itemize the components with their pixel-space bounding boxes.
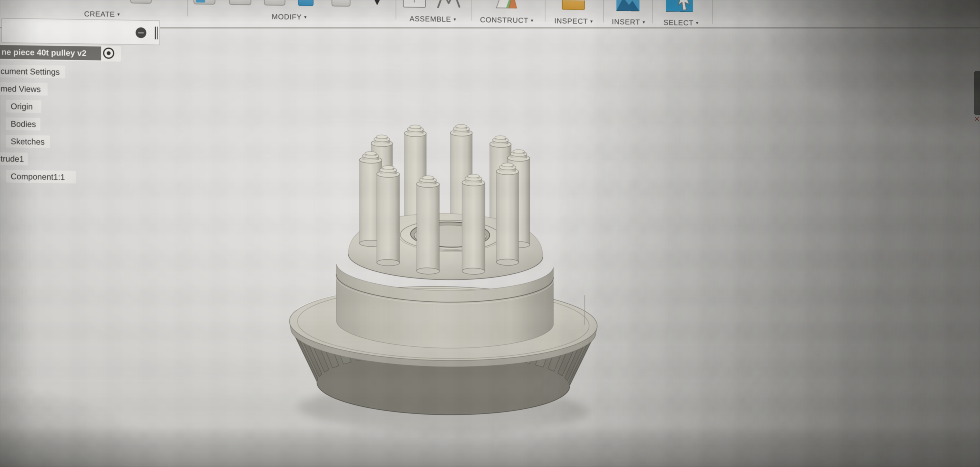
chamfer-icon[interactable] (264, 0, 285, 6)
more-tools-arrow-icon[interactable]: ▼ (372, 0, 380, 7)
menu-assemble[interactable]: ASSEMBLE▾ (410, 15, 456, 23)
chevron-down-icon: ▾ (590, 19, 593, 24)
chevron-down-icon: ▾ (118, 12, 120, 17)
menu-modify[interactable]: MODIFY▾ (272, 13, 307, 21)
create-tool-icon[interactable] (130, 0, 152, 4)
browser-item-origin[interactable]: Origin (6, 100, 41, 113)
menu-construct[interactable]: CONSTRUCT▾ (480, 16, 533, 24)
construct-plane-icon[interactable] (495, 0, 517, 9)
browser-item-trude1[interactable]: trude1 (0, 152, 28, 166)
measure-icon[interactable] (562, 0, 585, 10)
filter-minus-icon[interactable] (135, 27, 146, 38)
viewport-3d-model-pulley[interactable] (277, 107, 617, 467)
chevron-down-icon: ▾ (531, 18, 533, 23)
chevron-down-icon: ▾ (304, 14, 307, 20)
document-root-node[interactable]: ne piece 40t pulley v2 (0, 45, 101, 60)
browser-item-bodies[interactable]: Bodies (6, 117, 40, 131)
chevron-down-icon: ▾ (643, 19, 645, 25)
toolbar-divider (187, 0, 188, 16)
new-component-icon[interactable] (403, 0, 426, 8)
monitor-photo: CREATE▾MODIFY▾▼ASSEMBLE▾CONSTRUCT▾INSPEC… (0, 0, 980, 467)
toolbar-divider (471, 0, 472, 21)
browser-item-cument-settings[interactable]: cument Settings (0, 65, 65, 78)
pin-left-front (377, 166, 399, 266)
menu-insert[interactable]: INSERT▾ (612, 18, 645, 26)
browser-item-component1-1[interactable]: Component1:1 (6, 170, 76, 183)
document-root-row: ne piece 40t pulley v2 (0, 44, 121, 62)
pin-front-right (462, 174, 485, 275)
browser-search-input[interactable] (2, 18, 160, 45)
toolbar-divider (545, 0, 546, 22)
screen-edge-fragment: ✕ (974, 71, 980, 115)
toolbar-divider (652, 0, 653, 23)
pin-right-mid (496, 163, 519, 266)
shell-icon[interactable] (298, 0, 313, 6)
insert-canvas-icon[interactable] (616, 0, 639, 11)
fillet-icon[interactable] (229, 0, 251, 5)
browser-item-sketches[interactable]: Sketches (6, 135, 50, 148)
joint-icon[interactable] (437, 0, 460, 8)
draft-icon[interactable] (331, 0, 350, 6)
press-pull-icon[interactable] (194, 0, 215, 5)
red-x-mark: ✕ (974, 115, 980, 123)
pin-front-left (417, 175, 439, 274)
toolbar-divider (396, 0, 396, 19)
text-cursor-icon (155, 27, 156, 39)
toolbar-divider (712, 0, 713, 24)
chevron-down-icon: ▾ (453, 17, 456, 22)
component-activate-radio[interactable] (103, 48, 114, 59)
browser-item-med-views[interactable]: med Views (0, 82, 48, 96)
chevron-down-icon: ▾ (696, 20, 699, 25)
menu-create[interactable]: CREATE▾ (84, 10, 120, 18)
select-cursor-icon[interactable] (666, 0, 693, 12)
fusion360-window: CREATE▾MODIFY▾▼ASSEMBLE▾CONSTRUCT▾INSPEC… (0, 0, 980, 467)
toolbar-divider (603, 0, 604, 22)
ui-layer: CREATE▾MODIFY▾▼ASSEMBLE▾CONSTRUCT▾INSPEC… (0, 0, 980, 467)
menu-select[interactable]: SELECT▾ (663, 19, 699, 27)
menu-inspect[interactable]: INSPECT▾ (554, 17, 593, 25)
